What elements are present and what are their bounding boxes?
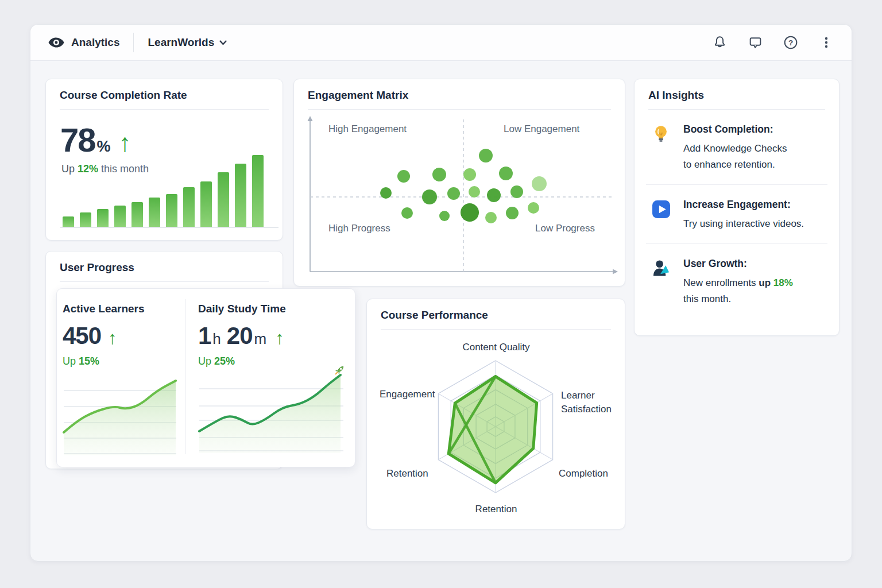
course-completion-card: Course Completion Rate 78 % ↑ Up 12% thi… bbox=[45, 79, 283, 241]
active-learners-value: 450 ↑ bbox=[63, 322, 117, 350]
bubble bbox=[528, 202, 539, 214]
divider bbox=[60, 109, 269, 110]
hours-unit: h bbox=[212, 330, 220, 348]
bubble bbox=[401, 207, 413, 219]
bar bbox=[200, 181, 212, 227]
quadrant-label-bottom-left: High Progress bbox=[328, 223, 390, 234]
up-arrow-icon: ↑ bbox=[275, 329, 284, 347]
insight-body-line: Try using interactive videos. bbox=[683, 216, 804, 232]
up-arrow-icon: ↑ bbox=[108, 329, 117, 347]
bubble bbox=[469, 186, 480, 198]
bubble bbox=[487, 188, 501, 202]
minutes-unit: m bbox=[254, 330, 267, 348]
active-learners-delta: Up 15% bbox=[63, 355, 99, 368]
radar-label-retention-left: Retention bbox=[386, 468, 428, 479]
insight-body-line: to enhance retention. bbox=[683, 157, 787, 173]
bubble bbox=[506, 207, 519, 219]
bubble bbox=[422, 189, 437, 204]
play-video-icon bbox=[652, 200, 671, 219]
user-progress-metrics-panel: Active Learners 450 ↑ Up 15% Daily Study… bbox=[56, 288, 355, 467]
insight-item-user-growth: User Growth: New enrollments up 18% this… bbox=[635, 244, 839, 319]
insight-title: Boost Completion: bbox=[683, 123, 787, 136]
bubble bbox=[380, 187, 392, 199]
svg-text:?: ? bbox=[788, 38, 793, 47]
dashboard-container: Analytics LearnWorlds bbox=[30, 24, 852, 562]
growth-percent: 18% bbox=[773, 277, 793, 288]
brand: Analytics bbox=[48, 36, 119, 49]
insight-title: Increase Engagement: bbox=[683, 199, 804, 211]
top-bar: Analytics LearnWorlds bbox=[30, 25, 852, 61]
bubble bbox=[510, 185, 523, 198]
bar bbox=[235, 164, 246, 227]
ai-insights-card: AI Insights Boost Completion: Add Know bbox=[634, 79, 840, 336]
bar bbox=[183, 187, 195, 227]
divider bbox=[185, 299, 185, 454]
active-learners-label: Active Learners bbox=[63, 303, 145, 315]
bar bbox=[97, 209, 109, 227]
bar bbox=[131, 202, 143, 227]
card-title: Course Completion Rate bbox=[46, 79, 283, 109]
bubble bbox=[461, 203, 479, 222]
notifications-button[interactable] bbox=[711, 34, 728, 51]
delta-percent: 15% bbox=[79, 355, 99, 367]
rocket-icon bbox=[333, 364, 346, 377]
workspace-name: LearnWorlds bbox=[148, 36, 214, 49]
insight-item-increase-engagement: Increase Engagement: Try using interacti… bbox=[635, 185, 839, 243]
completion-bar-chart bbox=[63, 152, 264, 227]
minutes-number: 20 bbox=[227, 322, 253, 350]
insight-item-boost-completion: Boost Completion: Add Knowledge Checks t… bbox=[635, 110, 839, 184]
bubble bbox=[397, 170, 410, 183]
card-title: Engagement Matrix bbox=[294, 79, 625, 109]
workspace-selector[interactable]: LearnWorlds bbox=[148, 36, 227, 49]
bubble bbox=[447, 187, 460, 200]
bubble bbox=[479, 149, 493, 163]
card-title: AI Insights bbox=[635, 79, 839, 109]
axis-arrow-right bbox=[613, 269, 618, 274]
divider bbox=[381, 329, 611, 330]
radar-label-learner-satisfaction: Learner Satisfaction bbox=[561, 389, 625, 416]
engagement-matrix-card: Engagement Matrix High Engagement Low En… bbox=[293, 79, 625, 287]
bar bbox=[80, 212, 91, 227]
daily-study-delta: Up 25% bbox=[198, 355, 235, 368]
header-divider bbox=[133, 33, 134, 52]
quadrant-label-top-right: Low Engagement bbox=[504, 123, 579, 135]
insight-body-line: this month. bbox=[683, 291, 793, 307]
app-name: Analytics bbox=[71, 36, 119, 49]
daily-study-label: Daily Study Time bbox=[198, 303, 286, 315]
divider bbox=[60, 281, 269, 282]
chevron-down-icon bbox=[219, 40, 227, 45]
radar-label-retention-bottom: Retention bbox=[439, 504, 554, 515]
delta-percent: 25% bbox=[214, 355, 235, 367]
analytics-logo-icon bbox=[48, 36, 65, 49]
bubble bbox=[439, 211, 450, 221]
insight-body-line: Add Knowledge Checks bbox=[683, 141, 787, 157]
help-button[interactable]: ? bbox=[783, 34, 799, 51]
dashboard-content: Course Completion Rate 78 % ↑ Up 12% thi… bbox=[30, 61, 852, 561]
card-title: Course Performance bbox=[367, 299, 625, 329]
more-menu-button[interactable] bbox=[818, 34, 834, 51]
messages-button[interactable] bbox=[747, 34, 763, 51]
user-growth-icon bbox=[652, 259, 672, 277]
bar bbox=[252, 155, 264, 227]
card-title: User Progress bbox=[46, 252, 283, 281]
insight-body-line: New enrollments up 18% bbox=[683, 275, 793, 291]
radar-label-completion: Completion bbox=[559, 468, 608, 479]
delta-prefix: Up bbox=[63, 355, 76, 367]
divider bbox=[308, 109, 611, 110]
daily-study-chart bbox=[198, 368, 345, 453]
bubble bbox=[463, 168, 476, 181]
bar bbox=[149, 198, 160, 227]
bar bbox=[114, 206, 126, 227]
delta-prefix: Up bbox=[198, 355, 211, 367]
active-learners-chart bbox=[63, 376, 177, 455]
daily-study-value: 1 h 20 m ↑ bbox=[198, 322, 284, 350]
radar-chart bbox=[367, 339, 626, 530]
hours-number: 1 bbox=[198, 322, 211, 350]
header-actions: ? bbox=[711, 34, 834, 51]
bubble bbox=[532, 176, 547, 191]
growth-text: New enrollments bbox=[683, 277, 756, 288]
chart-baseline bbox=[60, 227, 278, 228]
bell-icon bbox=[712, 35, 728, 51]
growth-up: up bbox=[759, 277, 771, 288]
quadrant-label-bottom-right: Low Progress bbox=[535, 223, 595, 234]
